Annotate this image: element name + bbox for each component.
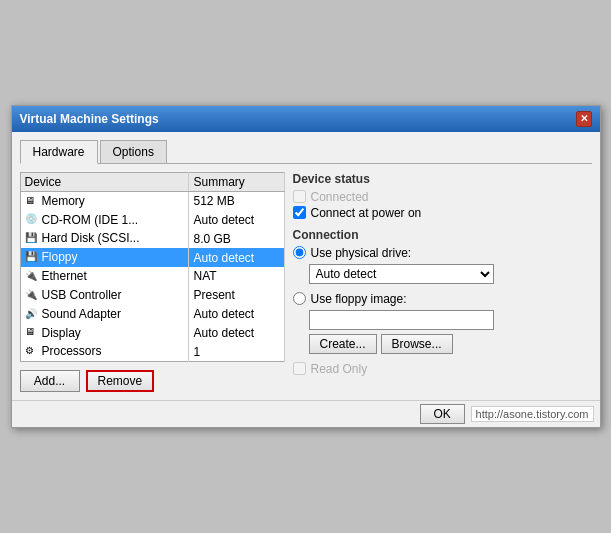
title-bar: Virtual Machine Settings ✕ <box>12 106 600 132</box>
device-cell: 💾Hard Disk (SCSI... <box>20 229 189 248</box>
table-row[interactable]: 🔊Sound Adapter Auto detect <box>20 305 284 324</box>
col-device-header: Device <box>20 172 189 191</box>
device-icon: ⚙ <box>25 345 39 359</box>
main-window: Virtual Machine Settings ✕ Hardware Opti… <box>11 105 601 428</box>
use-image-label: Use floppy image: <box>311 292 407 306</box>
browse-button[interactable]: Browse... <box>381 334 453 354</box>
readonly-label: Read Only <box>311 362 368 376</box>
connection-label: Connection <box>293 228 592 242</box>
drive-select-row: Auto detect <box>309 264 592 284</box>
device-icon: 💾 <box>25 232 39 246</box>
summary-cell: Auto detect <box>189 324 284 343</box>
connected-label: Connected <box>311 190 369 204</box>
bottom-left-buttons: Add... Remove <box>20 370 155 392</box>
use-physical-row: Use physical drive: <box>293 246 592 260</box>
summary-cell: Auto detect <box>189 248 284 267</box>
window-title: Virtual Machine Settings <box>20 112 159 126</box>
right-panel: Device status Connected Connect at power… <box>293 172 592 392</box>
device-icon: 🖥 <box>25 326 39 340</box>
connect-power-checkbox[interactable] <box>293 206 306 219</box>
device-icon: 💿 <box>25 213 39 227</box>
status-bar: OK http://asone.tistory.com <box>12 400 600 427</box>
table-row[interactable]: 🔌USB Controller Present <box>20 286 284 305</box>
status-url: http://asone.tistory.com <box>471 406 594 422</box>
bottom-buttons: Add... Remove <box>20 370 285 392</box>
col-summary-header: Summary <box>189 172 284 191</box>
use-image-row: Use floppy image: <box>293 292 592 306</box>
drive-select[interactable]: Auto detect <box>309 264 494 284</box>
add-button[interactable]: Add... <box>20 370 80 392</box>
ok-button[interactable]: OK <box>420 404 465 424</box>
device-cell: 💿CD-ROM (IDE 1... <box>20 211 189 230</box>
left-panel: Device Summary 🖥Memory 512 MB 💿CD-ROM (I… <box>20 172 285 392</box>
device-icon: 🔌 <box>25 289 39 303</box>
device-status-label: Device status <box>293 172 592 186</box>
remove-button[interactable]: Remove <box>86 370 155 392</box>
use-physical-label: Use physical drive: <box>311 246 412 260</box>
connected-row: Connected <box>293 190 592 204</box>
connect-power-row: Connect at power on <box>293 206 592 220</box>
image-buttons-row: Create... Browse... <box>309 334 592 354</box>
device-table: Device Summary 🖥Memory 512 MB 💿CD-ROM (I… <box>20 172 285 362</box>
tab-hardware[interactable]: Hardware <box>20 140 98 164</box>
device-cell: ⚙Processors <box>20 342 189 361</box>
table-row[interactable]: 🔌Ethernet NAT <box>20 267 284 286</box>
readonly-row: Read Only <box>293 362 592 376</box>
summary-cell: NAT <box>189 267 284 286</box>
summary-cell: 1 <box>189 342 284 361</box>
main-area: Device Summary 🖥Memory 512 MB 💿CD-ROM (I… <box>20 172 592 392</box>
summary-cell: 512 MB <box>189 191 284 210</box>
device-cell: 💾Floppy <box>20 248 189 267</box>
device-cell: 🖥Memory <box>20 191 189 210</box>
image-input-row <box>309 310 592 330</box>
device-cell: 🔊Sound Adapter <box>20 305 189 324</box>
device-cell: 🔌USB Controller <box>20 286 189 305</box>
use-image-radio[interactable] <box>293 292 306 305</box>
table-row[interactable]: 💾Floppy Auto detect <box>20 248 284 267</box>
image-path-input[interactable] <box>309 310 494 330</box>
table-row[interactable]: 💿CD-ROM (IDE 1... Auto detect <box>20 211 284 230</box>
connect-power-label: Connect at power on <box>311 206 422 220</box>
device-icon: 💾 <box>25 251 39 265</box>
summary-cell: Auto detect <box>189 211 284 230</box>
device-cell: 🔌Ethernet <box>20 267 189 286</box>
close-button[interactable]: ✕ <box>576 111 592 127</box>
device-icon: 🖥 <box>25 195 39 209</box>
use-physical-radio[interactable] <box>293 246 306 259</box>
device-cell: 🖥Display <box>20 324 189 343</box>
table-row[interactable]: ⚙Processors 1 <box>20 342 284 361</box>
table-row[interactable]: 🖥Memory 512 MB <box>20 191 284 210</box>
summary-cell: Auto detect <box>189 305 284 324</box>
table-row[interactable]: 💾Hard Disk (SCSI... 8.0 GB <box>20 229 284 248</box>
table-row[interactable]: 🖥Display Auto detect <box>20 324 284 343</box>
device-icon: 🔊 <box>25 308 39 322</box>
tab-bar: Hardware Options <box>20 140 592 164</box>
tab-options[interactable]: Options <box>100 140 167 163</box>
create-button[interactable]: Create... <box>309 334 377 354</box>
summary-cell: Present <box>189 286 284 305</box>
summary-cell: 8.0 GB <box>189 229 284 248</box>
readonly-checkbox[interactable] <box>293 362 306 375</box>
content-area: Hardware Options Device Summary 🖥Memory <box>12 132 600 400</box>
connected-checkbox[interactable] <box>293 190 306 203</box>
device-icon: 🔌 <box>25 270 39 284</box>
